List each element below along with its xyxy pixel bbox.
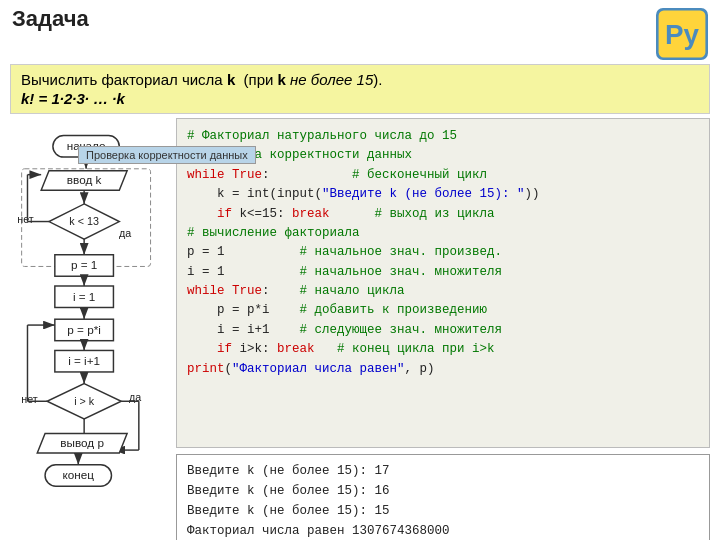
svg-text:k < 13: k < 13 bbox=[69, 215, 99, 227]
svg-text:i > k: i > k bbox=[74, 395, 95, 407]
code-line-4: k = int(input("Введите k (не более 15): … bbox=[187, 185, 699, 204]
code-line-2: # проверка корректности данных bbox=[187, 146, 699, 165]
right-panel: # Факториал натурального числа до 15 # п… bbox=[176, 118, 710, 540]
task-formula: k! = 1·2·3· … ·k bbox=[21, 90, 699, 107]
svg-text:нет: нет bbox=[21, 393, 38, 405]
code-block: # Факториал натурального числа до 15 # п… bbox=[176, 118, 710, 448]
svg-text:i = i+1: i = i+1 bbox=[68, 354, 100, 367]
code-line-3: while True: # бесконечный цикл bbox=[187, 166, 699, 185]
output-line-2: Введите k (не более 15): 16 bbox=[187, 481, 699, 501]
task-text: Вычислить факториал числа k (при k не бо… bbox=[21, 71, 699, 88]
output-block: Введите k (не более 15): 17 Введите k (н… bbox=[176, 454, 710, 540]
output-line-1: Введите k (не более 15): 17 bbox=[187, 461, 699, 481]
tooltip: Проверка корректности данных bbox=[78, 146, 256, 164]
header: Задача Py bbox=[0, 0, 720, 64]
flowchart-panel: Проверка корректности данных начало ввод… bbox=[10, 118, 170, 540]
code-line-7: p = 1 # начальное знач. произвед. bbox=[187, 243, 699, 262]
task-description: Вычислить факториал числа k (при k не бо… bbox=[10, 64, 710, 114]
svg-text:ввод k: ввод k bbox=[67, 173, 102, 186]
flowchart-svg: начало ввод k k < 13 нет да bbox=[10, 118, 170, 538]
svg-text:p = 1: p = 1 bbox=[71, 258, 97, 271]
code-line-6: # вычисление факториала bbox=[187, 224, 699, 243]
svg-text:конец: конец bbox=[63, 468, 95, 481]
code-line-11: i = i+1 # следующее знач. множителя bbox=[187, 321, 699, 340]
svg-text:вывод p: вывод p bbox=[60, 436, 104, 449]
main-area: Проверка корректности данных начало ввод… bbox=[10, 118, 710, 540]
svg-text:да: да bbox=[119, 227, 131, 239]
output-line-3: Введите k (не более 15): 15 bbox=[187, 501, 699, 521]
python-logo-icon: Py bbox=[656, 8, 708, 60]
code-line-9: while True: # начало цикла bbox=[187, 282, 699, 301]
code-line-8: i = 1 # начальное знач. множителя bbox=[187, 263, 699, 282]
svg-text:Py: Py bbox=[665, 19, 699, 50]
code-line-5: if k<=15: break # выход из цикла bbox=[187, 205, 699, 224]
output-line-4: Факториал числа равен 1307674368000 bbox=[187, 521, 699, 540]
page-title: Задача bbox=[12, 6, 89, 32]
code-line-12: if i>k: break # конец цикла при i>k bbox=[187, 340, 699, 359]
code-line-1: # Факториал натурального числа до 15 bbox=[187, 127, 699, 146]
svg-text:нет: нет bbox=[17, 213, 34, 225]
code-line-13: print("Факториал числа равен", p) bbox=[187, 360, 699, 379]
svg-text:i = 1: i = 1 bbox=[73, 290, 95, 303]
svg-text:p = p*i: p = p*i bbox=[67, 323, 101, 336]
code-line-10: p = p*i # добавить к произведению bbox=[187, 301, 699, 320]
